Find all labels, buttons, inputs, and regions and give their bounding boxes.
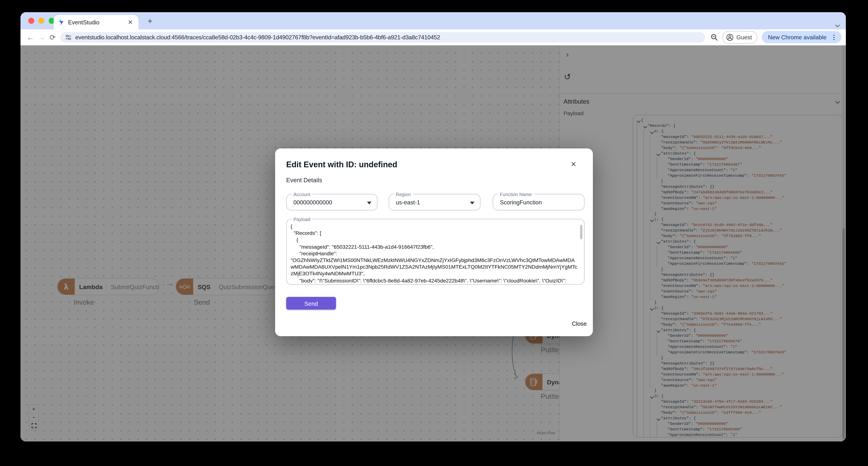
minimize-window-button[interactable] [38,18,44,24]
textarea-scrollbar-thumb[interactable] [580,225,582,239]
edit-event-modal: Edit Event with ID: undefined ✕ Event De… [275,148,593,336]
tab-search-chevron-icon[interactable] [836,19,839,29]
region-value: us-east-1 [396,195,420,210]
back-icon[interactable]: ← [25,32,36,42]
update-chrome-label: New Chrome available [768,34,827,40]
function-name-value: ScoringFunction [500,195,542,210]
address-bar[interactable]: eventstudio.localhost.localstack.cloud:4… [60,32,706,42]
modal-title: Edit Event with ID: undefined [286,160,397,169]
zoom-out-search-icon[interactable] [711,34,718,41]
reload-icon[interactable]: ⟳ [47,32,58,42]
browser-toolbar: ← → ⟳ eventstudio.localhost.localstack.c… [21,29,846,46]
modal-subtitle: Event Details [286,177,322,183]
favicon-lightning-icon [58,19,64,26]
forward-icon[interactable]: → [36,32,47,42]
new-tab-button[interactable]: + [145,14,155,27]
profile-label: Guest [737,34,752,40]
region-select[interactable]: Region us-east-1 [389,194,480,210]
account-value: 000000000000 [293,195,332,210]
site-settings-icon[interactable] [65,34,71,40]
toolbar-right-cluster: Guest New Chrome available ⋮ [711,31,841,43]
browser-window: EventStudio ✕ + ← → ⟳ eventstudio.localh… [21,12,846,441]
close-button[interactable]: Close [572,320,587,327]
send-button[interactable]: Send [286,297,336,310]
payload-text[interactable]: { "Records": [ { "messageId": "65032221-… [291,223,578,283]
account-select[interactable]: Account 000000000000 [286,194,377,210]
payload-field-label: Payload [292,216,312,222]
profile-chip[interactable]: Guest [722,31,757,43]
url-text[interactable]: eventstudio.localhost.localstack.cloud:4… [75,34,440,40]
dropdown-caret-icon[interactable] [470,202,474,204]
dropdown-caret-icon[interactable] [367,202,371,204]
modal-close-icon[interactable]: ✕ [569,159,578,168]
tab-close-icon[interactable]: ✕ [127,19,134,26]
screen: EventStudio ✕ + ← → ⟳ eventstudio.localh… [0,0,868,466]
close-window-button[interactable] [28,18,34,24]
payload-textarea[interactable]: Payload { "Records": [ { "messageId": "6… [286,219,585,285]
update-chrome-button[interactable]: New Chrome available ⋮ [762,31,841,43]
tab-eventstudio[interactable]: EventStudio ✕ [54,15,138,29]
person-icon [726,34,734,41]
tab-title: EventStudio [68,19,127,26]
function-name-field[interactable]: Function Name ScoringFunction [493,194,585,210]
window-controls [28,18,55,24]
page-content: λ Lambda SubmitQuizFunction Invoke → SQS [21,46,846,441]
menu-dots-icon[interactable]: ⋮ [831,34,837,40]
tab-strip: EventStudio ✕ + [21,12,846,29]
